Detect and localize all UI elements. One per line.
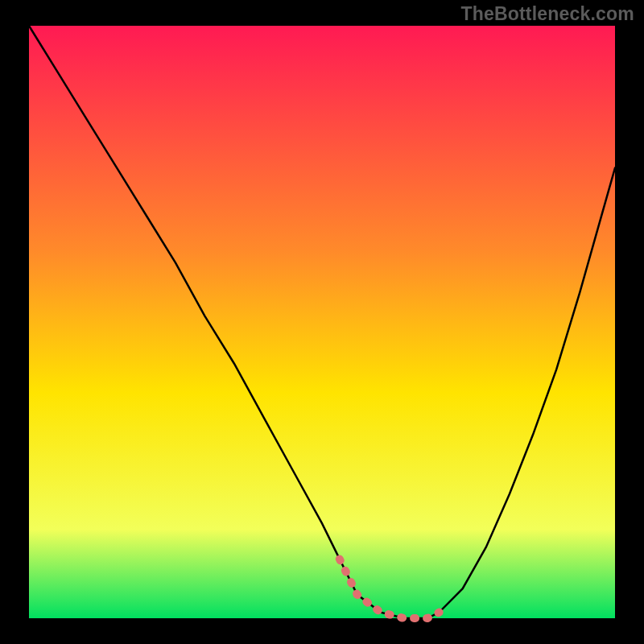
plot-area (29, 26, 615, 618)
chart-svg (0, 0, 644, 644)
chart-container: TheBottleneck.com (0, 0, 644, 644)
watermark-text: TheBottleneck.com (460, 3, 634, 25)
